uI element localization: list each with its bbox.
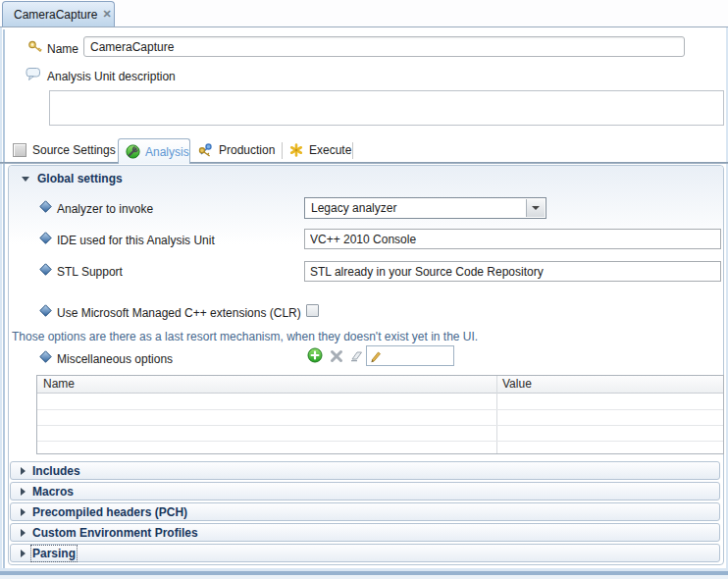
chevron-right-icon	[21, 550, 26, 557]
column-header-value[interactable]: Value	[502, 377, 532, 391]
tab-execute[interactable]: Execute	[289, 140, 351, 160]
stl-support-label: STL Support	[57, 265, 123, 279]
section-custom-environment-profiles[interactable]: Custom Environment Profiles	[10, 523, 720, 542]
table-header: Name Value	[37, 376, 723, 394]
diamond-bullet-icon	[39, 200, 52, 216]
section-includes[interactable]: Includes	[10, 461, 720, 480]
window-frame-bottom-pale	[0, 575, 728, 579]
comment-bubble-icon	[26, 66, 41, 84]
section-label: Precompiled headers (PCH)	[32, 505, 187, 519]
table-row	[37, 409, 723, 426]
description-textarea[interactable]	[49, 90, 724, 126]
table-row	[37, 441, 723, 456]
tab-separator	[352, 142, 353, 159]
chevron-right-icon	[21, 488, 26, 496]
diamond-bullet-icon	[39, 263, 52, 279]
add-option-button[interactable]	[307, 347, 323, 366]
last-resort-note: Those options are there as a last resort…	[12, 330, 478, 343]
diamond-bullet-icon	[39, 232, 52, 247]
option-filter-input[interactable]	[383, 347, 453, 364]
section-global-settings[interactable]: Global settings	[37, 172, 123, 185]
key-icon	[27, 39, 43, 58]
miscellaneous-options-label: Miscellaneous options	[57, 352, 173, 366]
column-header-name[interactable]: Name	[43, 377, 75, 391]
option-filter-box	[366, 345, 454, 366]
table-row	[37, 394, 723, 410]
chevron-down-icon	[532, 206, 540, 210]
diamond-bullet-icon	[39, 350, 52, 366]
section-label: Custom Environment Profiles	[32, 526, 198, 540]
editor-tab-title: CameraCapture	[14, 8, 97, 22]
diamond-bullet-icon	[39, 304, 52, 320]
tab-label: Analysis	[145, 145, 189, 159]
section-label: Parsing	[32, 547, 76, 560]
analyzer-selected-value: Legacy analyzer	[311, 201, 396, 215]
analyzer-label: Analyzer to invoke	[57, 202, 153, 216]
keys-icon	[197, 142, 213, 158]
tab-strip-baseline	[0, 162, 728, 164]
chevron-down-icon	[22, 177, 29, 182]
chevron-right-icon	[21, 529, 26, 537]
eraser-button[interactable]	[348, 348, 363, 366]
combobox-dropdown-button[interactable]	[526, 199, 545, 217]
window-frame-left-inner	[3, 29, 5, 569]
analysis-unit-editor: CameraCapture ✕ Name Analysis Unit descr…	[0, 0, 728, 579]
stl-support-field[interactable]	[304, 261, 721, 282]
chevron-right-icon	[21, 467, 26, 475]
source-settings-icon	[13, 143, 26, 157]
clr-extensions-label: Use Microsoft Managed C++ extensions (CL…	[57, 306, 301, 320]
tab-source-settings[interactable]: Source Settings	[13, 140, 116, 160]
tab-separator	[282, 142, 283, 159]
pen-icon	[369, 349, 383, 363]
chevron-right-icon	[21, 508, 26, 516]
editor-tab-bar: CameraCapture ✕	[0, 0, 728, 27]
section-macros[interactable]: Macros	[10, 482, 720, 500]
tab-label: Execute	[309, 143, 351, 157]
analyzer-combobox[interactable]: Legacy analyzer	[304, 197, 546, 219]
table-row	[37, 425, 723, 442]
description-label: Analysis Unit description	[47, 70, 176, 83]
tab-label: Source Settings	[32, 143, 116, 157]
ide-field[interactable]	[304, 229, 721, 249]
tab-label: Production	[219, 143, 275, 157]
ide-label: IDE used for this Analysis Unit	[57, 234, 215, 247]
section-label: Macros	[32, 485, 74, 499]
name-input[interactable]	[83, 36, 685, 57]
execute-asterisk-icon	[289, 143, 303, 157]
window-frame-left	[0, 27, 2, 573]
tab-analysis[interactable]: Analysis	[118, 138, 190, 164]
clr-checkbox[interactable]	[306, 304, 319, 317]
tab-production[interactable]: Production	[197, 140, 275, 160]
section-precompiled-headers[interactable]: Precompiled headers (PCH)	[10, 502, 720, 521]
name-label: Name	[47, 42, 78, 56]
section-label: Includes	[32, 464, 80, 478]
miscellaneous-options-table: Name Value	[36, 375, 724, 454]
analysis-wrench-icon	[126, 144, 140, 159]
section-parsing[interactable]: Parsing	[10, 544, 720, 562]
editor-tab-cameracapture[interactable]: CameraCapture ✕	[2, 1, 115, 26]
close-icon[interactable]: ✕	[102, 8, 111, 21]
delete-option-button[interactable]	[330, 349, 343, 366]
